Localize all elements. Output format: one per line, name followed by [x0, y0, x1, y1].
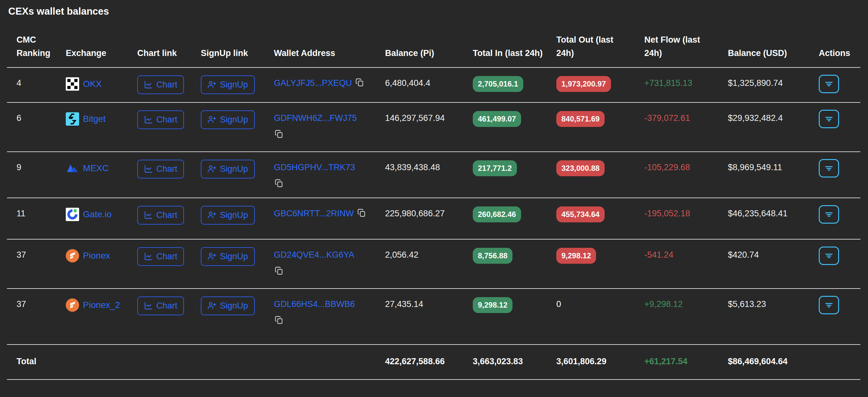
- gate-logo-icon: [66, 208, 79, 221]
- signup-button-label: SignUp: [220, 80, 248, 90]
- user-plus-icon: [208, 252, 216, 261]
- signup-button-label: SignUp: [220, 301, 248, 311]
- column-header-exchange: Exchange: [66, 19, 137, 67]
- total-in-badge: 2,705,016.1: [473, 76, 523, 92]
- mexc-logo-icon: [66, 162, 79, 175]
- actions-filter-button[interactable]: [819, 159, 839, 177]
- actions-filter-button[interactable]: [819, 110, 839, 128]
- exchange-link[interactable]: Pionex_2: [66, 299, 120, 312]
- signup-button[interactable]: SignUp: [201, 76, 255, 94]
- copy-icon[interactable]: [275, 266, 377, 278]
- signup-button-label: SignUp: [220, 210, 248, 220]
- copy-icon[interactable]: [357, 208, 366, 220]
- user-plus-icon: [208, 301, 216, 310]
- total-in-badge: 260,682.46: [473, 206, 521, 222]
- chart-button[interactable]: Chart: [137, 296, 184, 315]
- exchange-name: Pionex: [83, 250, 110, 262]
- signup-button[interactable]: SignUp: [201, 247, 255, 266]
- user-plus-icon: [208, 80, 216, 89]
- signup-button[interactable]: SignUp: [201, 206, 255, 225]
- exchange-link[interactable]: MEXC: [66, 162, 120, 175]
- copy-icon[interactable]: [355, 78, 364, 90]
- copy-icon[interactable]: [275, 316, 377, 327]
- chart-button-label: Chart: [156, 80, 177, 90]
- actions-filter-button[interactable]: [819, 247, 839, 265]
- user-plus-icon: [208, 165, 216, 173]
- total-out-badge: 0: [556, 299, 561, 310]
- total-out-badge: 455,734.64: [556, 206, 604, 222]
- wallet-address-link[interactable]: GBC6NRTT...2RINW: [274, 209, 354, 218]
- total-out-sum: 3,601,806.29: [556, 344, 644, 379]
- balance-pi-value: 6,480,404.4: [385, 67, 473, 103]
- chart-button[interactable]: Chart: [137, 247, 184, 266]
- total-out-badge: 1,973,200.97: [556, 76, 611, 92]
- cex-wallet-balances-table: CMC Ranking Exchange Chart link SignUp l…: [7, 19, 860, 380]
- page-title: CEXs wallet balances: [8, 6, 868, 17]
- total-row: Total 422,627,588.66 3,663,023.83 3,601,…: [7, 344, 860, 379]
- balance-usd-value: $420.74: [728, 239, 819, 288]
- user-plus-icon: [208, 115, 216, 124]
- balance-pi-value: 146,297,567.94: [385, 103, 473, 152]
- cmc-ranking-value: 11: [7, 198, 66, 239]
- column-header-chart-link: Chart link: [137, 19, 201, 67]
- signup-button-label: SignUp: [220, 252, 248, 261]
- cmc-ranking-value: 6: [7, 103, 66, 152]
- balance-pi-value: 2,056.42: [385, 239, 473, 288]
- pionex-logo-icon: [66, 249, 79, 262]
- wallet-address-link[interactable]: GDL66HS4...BBWB6: [274, 299, 355, 309]
- column-header-total-out: Total Out (last 24h): [556, 19, 644, 67]
- filter-icon: [824, 300, 834, 310]
- signup-button-label: SignUp: [220, 115, 248, 125]
- wallet-address-link[interactable]: GDFNWH6Z...FWJ75: [274, 113, 357, 123]
- line-chart-icon: [144, 252, 153, 261]
- wallet-address-link[interactable]: GALYJFJ5...PXEQU: [274, 78, 352, 88]
- cmc-ranking-value: 37: [7, 288, 66, 344]
- user-plus-icon: [208, 210, 216, 220]
- exchange-link[interactable]: Gate.io: [66, 208, 120, 221]
- table-row: 11 Gate.io Chart SignUp GBC6NRTT...2RINW…: [7, 198, 860, 239]
- filter-icon: [824, 210, 834, 219]
- cmc-ranking-value: 9: [7, 152, 66, 198]
- actions-filter-button[interactable]: [819, 75, 839, 93]
- header-row: CMC Ranking Exchange Chart link SignUp l…: [7, 19, 860, 67]
- chart-button-label: Chart: [156, 164, 177, 174]
- total-in-badge: 9,298.12: [473, 297, 513, 313]
- chart-button[interactable]: Chart: [137, 76, 184, 94]
- line-chart-icon: [144, 80, 153, 89]
- signup-button[interactable]: SignUp: [201, 160, 255, 178]
- total-label: Total: [7, 344, 66, 379]
- balance-usd-value: $1,325,890.74: [728, 67, 819, 103]
- actions-filter-button[interactable]: [819, 296, 839, 314]
- cmc-ranking-value: 4: [7, 67, 66, 103]
- total-out-badge: 9,298.12: [556, 248, 596, 264]
- total-balance-pi: 422,627,588.66: [385, 344, 473, 379]
- filter-icon: [824, 164, 834, 173]
- signup-button[interactable]: SignUp: [201, 110, 255, 129]
- filter-icon: [824, 251, 834, 260]
- net-flow-value: -379,072.61: [644, 113, 690, 123]
- total-in-badge: 8,756.88: [473, 248, 513, 264]
- table-row: 37 Pionex Chart SignUp GD24QVE4...KG6YA …: [7, 239, 860, 288]
- wallet-address-link[interactable]: GD5HGPHV...TRK73: [274, 163, 355, 172]
- chart-button-label: Chart: [156, 210, 177, 220]
- chart-button[interactable]: Chart: [137, 206, 184, 225]
- column-header-balance-usd: Balance (USD): [728, 19, 819, 67]
- exchange-link[interactable]: Pionex: [66, 249, 120, 262]
- okx-logo-icon: [66, 77, 79, 91]
- exchange-link[interactable]: Bitget: [66, 112, 120, 126]
- signup-button[interactable]: SignUp: [201, 296, 255, 315]
- table-row: 4 OKX Chart SignUp GALYJFJ5...PXEQU 6,48…: [7, 67, 860, 103]
- net-flow-value: -541.24: [644, 250, 674, 260]
- copy-icon[interactable]: [275, 179, 377, 191]
- chart-button[interactable]: Chart: [137, 110, 184, 129]
- copy-icon[interactable]: [275, 130, 377, 141]
- exchange-link[interactable]: OKX: [66, 77, 120, 91]
- wallet-address-link[interactable]: GD24QVE4...KG6YA: [274, 250, 354, 260]
- actions-filter-button[interactable]: [819, 205, 839, 224]
- chart-button[interactable]: Chart: [137, 160, 184, 178]
- chart-button-label: Chart: [156, 115, 177, 125]
- net-flow-value: +9,298.12: [644, 299, 683, 309]
- net-flow-value: +731,815.13: [644, 78, 692, 88]
- line-chart-icon: [144, 165, 153, 173]
- balance-pi-value: 43,839,438.48: [385, 152, 473, 198]
